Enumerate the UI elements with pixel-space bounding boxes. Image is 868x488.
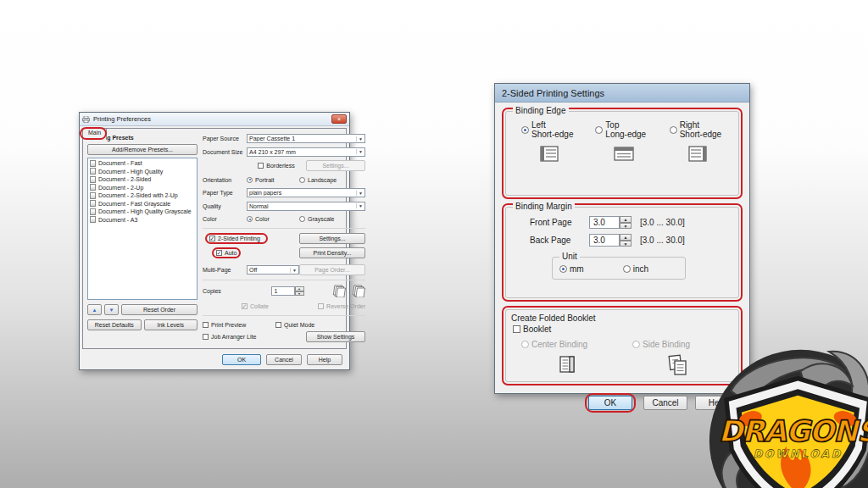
right-short-edge-radio[interactable]: RightShort-edge — [670, 120, 721, 139]
preset-doc-icon — [90, 184, 96, 191]
front-page-stepper[interactable]: 3.0 ▲▼ — [589, 216, 632, 229]
preset-doc-icon — [90, 168, 96, 175]
left-short-edge-radio[interactable]: LeftShort-edge — [521, 120, 573, 139]
dialog-title: 2-Sided Printing Settings — [502, 88, 604, 98]
top-binding-icon — [614, 146, 634, 164]
mm-radio[interactable]: mm — [559, 264, 584, 274]
ok-button[interactable]: OK — [588, 396, 632, 410]
top-long-edge-radio[interactable]: TopLong-edge — [595, 120, 646, 139]
spin-down-icon[interactable]: ▼ — [620, 223, 632, 230]
preset-doc-icon — [90, 200, 96, 207]
front-page-value: 3.0 — [589, 216, 620, 229]
checkbox-box: ✓ — [216, 250, 222, 256]
close-button[interactable]: × — [331, 114, 347, 124]
preset-doc-icon — [90, 216, 96, 223]
two-sided-settings-button[interactable]: Settings... — [299, 233, 365, 244]
radio-dot — [247, 216, 253, 222]
copies-stepper[interactable]: 1 ▲▼ — [271, 286, 304, 296]
orientation-label: Orientation — [203, 177, 247, 183]
radio-dot — [247, 177, 253, 183]
paper-source-select[interactable]: Paper Cassette 1▼ — [247, 134, 365, 143]
preset-item[interactable]: Document - High Quality — [89, 168, 196, 176]
portrait-radio[interactable]: Portrait — [247, 177, 299, 183]
cancel-button[interactable]: Cancel — [266, 354, 302, 365]
help-button[interactable]: Help — [307, 354, 342, 365]
landscape-radio[interactable]: Landscape — [299, 177, 337, 183]
print-density-button[interactable]: Print Density... — [299, 247, 365, 258]
radio-dot — [595, 126, 603, 134]
reset-defaults-button[interactable]: Reset Defaults — [87, 319, 142, 330]
two-sided-printing-checkbox[interactable]: ✓ 2-Sided Printing — [209, 236, 260, 241]
auto-checkbox[interactable]: ✓ Auto — [216, 250, 236, 256]
two-sided-dialog-titlebar[interactable]: 2-Sided Printing Settings — [495, 84, 749, 103]
spin-up-icon[interactable]: ▲ — [620, 234, 632, 241]
preset-item[interactable]: Document - 2-Sided with 2-Up — [89, 191, 196, 200]
document-size-label: Document Size — [203, 149, 247, 155]
back-page-stepper[interactable]: 3.0 ▲▼ — [589, 234, 632, 247]
highlight-binding-edge: Binding Edge LeftShort-edge — [502, 108, 743, 199]
right-binding-icon — [688, 146, 707, 164]
tab-main[interactable]: Main — [82, 128, 107, 140]
two-sided-label: 2-Sided Printing — [218, 236, 260, 241]
preset-item[interactable]: Document - Fast Grayscale — [89, 200, 196, 208]
spin-down-icon[interactable]: ▼ — [295, 291, 304, 297]
document-size-select[interactable]: A4 210 x 297 mm▼ — [247, 147, 365, 157]
paper-source-value: Paper Cassette 1 — [249, 136, 356, 141]
printing-preferences-dialog: Printing Preferences × Main More Options… — [79, 112, 350, 370]
paper-type-select[interactable]: plain papers▼ — [247, 188, 365, 197]
checkbox-box — [258, 163, 264, 169]
printer-icon — [82, 116, 90, 123]
quiet-mode-checkbox[interactable]: Quiet Mode — [275, 322, 314, 328]
job-arranger-checkbox[interactable]: Job Arranger Lite — [203, 334, 256, 340]
presets-list[interactable]: Document - Fast Document - High Quality … — [87, 158, 198, 300]
ink-levels-button[interactable]: Ink Levels — [144, 319, 198, 330]
radio-dot — [521, 341, 529, 348]
preset-item[interactable]: Document - 2-Up — [89, 184, 196, 192]
quiet-mode-label: Quiet Mode — [284, 322, 314, 328]
checkbox-box — [513, 325, 520, 333]
booklet-checkbox[interactable]: Booklet — [513, 324, 551, 334]
document-size-value: A4 210 x 297 mm — [249, 149, 356, 155]
grayscale-radio[interactable]: Grayscale — [299, 216, 335, 222]
preset-item[interactable]: Document - 2-Sided — [89, 175, 196, 184]
quality-select[interactable]: Normal▼ — [247, 202, 365, 211]
cancel-button[interactable]: Cancel — [643, 396, 687, 410]
page-order-button: Page Order... — [299, 264, 365, 275]
preset-item[interactable]: Document - A3 — [89, 216, 196, 225]
multi-page-select[interactable]: Off▼ — [247, 265, 299, 274]
back-page-value: 3.0 — [589, 234, 620, 247]
checkbox-box — [203, 322, 209, 328]
logo-title-text: DRAGONS — [718, 414, 868, 448]
print-preview-checkbox[interactable]: Print Preview — [203, 322, 275, 328]
grayscale-label: Grayscale — [308, 216, 335, 222]
borderless-checkbox[interactable]: Borderless — [258, 163, 294, 169]
collate-label: Collate — [250, 303, 269, 309]
landscape-label: Landscape — [308, 177, 337, 183]
move-down-button[interactable]: ▼ — [104, 304, 119, 315]
ok-button[interactable]: OK — [222, 354, 261, 365]
printing-preferences-titlebar[interactable]: Printing Preferences × — [80, 113, 349, 126]
radio-dot — [299, 177, 305, 183]
dragons-download-logo: DRAGONS DOWNLOAD — [695, 336, 868, 488]
reset-order-button[interactable]: Reset Order — [121, 304, 198, 315]
color-radio[interactable]: Color — [247, 216, 299, 222]
checkbox-box — [318, 303, 324, 309]
preset-item[interactable]: Document - Fast — [89, 159, 196, 168]
spin-down-icon[interactable]: ▼ — [620, 241, 632, 247]
reverse-order-label: Reverse Order — [326, 303, 365, 309]
logo-subtitle-text: DOWNLOAD — [754, 447, 843, 460]
preset-item[interactable]: Document - High Quality Grayscale — [89, 208, 196, 216]
add-remove-presets-button[interactable]: Add/Remove Presets... — [87, 144, 198, 155]
radio-dot — [670, 126, 677, 134]
show-settings-button[interactable]: Show Settings — [306, 331, 365, 342]
option-line1: Right — [680, 120, 721, 130]
inch-radio[interactable]: inch — [623, 264, 648, 274]
unit-heading: Unit — [559, 252, 580, 261]
preset-label: Document - A3 — [98, 217, 137, 223]
move-up-button[interactable]: ▲ — [87, 304, 102, 315]
binding-margin-heading: Binding Margin — [513, 202, 575, 211]
radio-dot — [632, 341, 640, 348]
spin-up-icon[interactable]: ▲ — [620, 216, 632, 223]
option-line2: Short-edge — [680, 130, 721, 139]
radio-dot — [623, 265, 631, 273]
